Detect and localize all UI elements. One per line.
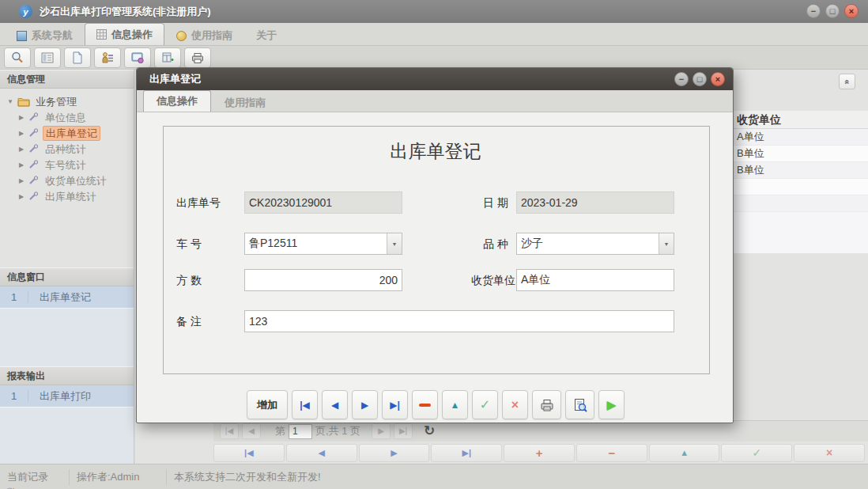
page-number-input[interactable] <box>289 424 312 439</box>
expand-arrow-icon[interactable]: ▶ <box>17 177 25 184</box>
collapse-panel-button[interactable]: « <box>839 74 855 89</box>
quantity-field[interactable] <box>244 269 402 291</box>
order-no-field[interactable] <box>244 191 402 214</box>
nav-confirm-button[interactable]: ✓ <box>721 444 792 462</box>
maximize-button[interactable]: □ <box>825 4 840 18</box>
run-report-button[interactable]: ▶ <box>598 390 625 419</box>
tree-item-receiver-stats[interactable]: ▶ 收货单位统计 <box>6 172 134 188</box>
truck-no-dropdown-button[interactable]: ▼ <box>387 233 402 254</box>
table-add-button[interactable] <box>154 47 181 68</box>
table-add-icon <box>160 51 175 65</box>
add-button[interactable]: 增加 <box>247 390 288 419</box>
tree-item-label: 单位信息 <box>43 111 89 124</box>
nav-add-button[interactable]: + <box>504 444 575 462</box>
document-icon <box>70 51 85 65</box>
tab-info-operation[interactable]: 信息操作 <box>85 23 164 45</box>
dialog-maximize-button[interactable]: □ <box>693 72 707 86</box>
expand-arrow-icon[interactable]: ▶ <box>17 130 25 137</box>
tab-label: 关于 <box>256 28 277 43</box>
label-quantity: 方 数 <box>176 274 202 288</box>
printer-icon <box>539 397 555 413</box>
expand-arrow-icon[interactable]: ▶ <box>17 193 25 200</box>
variety-dropdown-button[interactable]: ▼ <box>659 233 674 254</box>
col-header-receiver[interactable]: 收货单位 <box>730 111 868 128</box>
page-prefix-label: 第 <box>275 424 285 438</box>
tab-label: 信息操作 <box>111 28 153 42</box>
tree-root-business-mgmt[interactable]: ▼ 业务管理 <box>6 93 134 109</box>
collapse-arrow-icon[interactable]: ▼ <box>6 98 14 105</box>
chevron-down-icon: ▼ <box>664 241 670 247</box>
expand-arrow-icon[interactable]: ▶ <box>17 114 25 121</box>
user-info-button[interactable] <box>94 47 121 68</box>
nav-last-button[interactable]: ▶| <box>431 444 502 462</box>
dialog-tab-info-operation[interactable]: 信息操作 <box>143 90 211 112</box>
minus-icon <box>419 404 431 407</box>
last-record-button[interactable]: ▶| <box>382 390 408 419</box>
expand-arrow-icon[interactable]: ▶ <box>17 161 25 169</box>
nav-first-button[interactable]: |◀ <box>213 444 285 462</box>
info-window-row[interactable]: 1 出库单登记 <box>0 286 134 309</box>
close-button[interactable]: × <box>844 4 859 18</box>
status-bar: 当前记录数 4 操作者:Admin 本系统支持二次开发和全新开发! <box>0 464 868 489</box>
search-button[interactable] <box>4 47 31 68</box>
form-view-button[interactable] <box>34 47 61 68</box>
monitor-globe-icon <box>130 51 145 65</box>
next-record-button[interactable]: ▶ <box>352 390 378 419</box>
nav-delete-button[interactable]: − <box>576 444 647 462</box>
tab-about[interactable]: 关于 <box>244 25 289 45</box>
print-preview-button[interactable] <box>565 390 594 419</box>
refresh-button[interactable]: ↻ <box>424 424 435 438</box>
delete-record-button[interactable] <box>412 390 438 419</box>
system-nav-icon <box>17 31 27 41</box>
print-button[interactable] <box>532 390 561 419</box>
minimize-button[interactable]: − <box>806 4 821 18</box>
remark-field[interactable] <box>244 310 674 332</box>
edit-record-button[interactable]: ▲ <box>442 390 468 419</box>
dialog-titlebar: 出库单登记 <box>137 68 733 90</box>
truck-no-combobox[interactable]: 鲁P12511 ▼ <box>244 233 402 255</box>
tree-item-variety-stats[interactable]: ▶ 品种统计 <box>6 141 134 157</box>
guide-icon <box>176 31 187 41</box>
page-first-button[interactable]: |◀ <box>220 423 239 439</box>
first-record-button[interactable]: |◀ <box>292 390 318 419</box>
app-window: y 沙石出库单打印管理系统(非注册用户) − □ × 系统导航 信息操作 使用指… <box>0 0 868 489</box>
report-output-row[interactable]: 1 出库单打印 <box>0 385 134 408</box>
report-output-list: 1 出库单打印 <box>0 385 134 474</box>
nav-cancel-button[interactable]: × <box>794 444 865 462</box>
tree-item-outbound-register[interactable]: ▶ 出库单登记 <box>6 125 134 141</box>
dialog-tab-user-guide[interactable]: 使用指南 <box>211 93 279 112</box>
tree-item-outbound-stats[interactable]: ▶ 出库单统计 <box>6 188 134 204</box>
tree-item-unit-info[interactable]: ▶ 单位信息 <box>6 109 134 125</box>
folder-icon <box>17 97 30 107</box>
nav-next-button[interactable]: ▶ <box>359 444 430 462</box>
receiver-field[interactable] <box>516 269 674 291</box>
confirm-button[interactable]: ✓ <box>472 390 498 419</box>
form-title: 出库单登记 <box>137 139 734 164</box>
tree-item-truck-stats[interactable]: ▶ 车号统计 <box>6 157 134 172</box>
page-last-button[interactable]: ▶| <box>394 423 413 439</box>
nav-edit-button[interactable]: ▲ <box>649 444 720 462</box>
tab-user-guide[interactable]: 使用指南 <box>164 25 244 45</box>
form-list-icon <box>40 51 55 65</box>
expand-arrow-icon[interactable]: ▶ <box>17 146 25 153</box>
document-button[interactable] <box>64 47 91 68</box>
tool-icon <box>28 160 40 169</box>
dialog-close-button[interactable]: × <box>711 72 725 86</box>
titlebar: y 沙石出库单打印管理系统(非注册用户) − □ × <box>0 0 868 23</box>
variety-combobox[interactable]: 沙子 ▼ <box>516 233 674 255</box>
nav-prev-button[interactable]: ◀ <box>286 444 357 462</box>
prev-record-button[interactable]: ◀ <box>322 390 348 419</box>
page-next-button[interactable]: ▶ <box>372 423 391 439</box>
window-button[interactable] <box>124 47 151 68</box>
row-index: 1 <box>0 390 28 402</box>
print-button[interactable] <box>184 47 211 68</box>
chevron-down-icon: ▼ <box>392 241 398 247</box>
page-prev-button[interactable]: ◀ <box>242 423 261 439</box>
dialog-minimize-button[interactable]: − <box>674 72 689 86</box>
dialog-tabbar: 信息操作 使用指南 <box>137 90 733 112</box>
cancel-button[interactable]: × <box>502 390 528 419</box>
tab-system-nav[interactable]: 系统导航 <box>5 25 85 45</box>
operator-label: 操作者:Admin <box>70 469 167 485</box>
date-field[interactable] <box>516 191 674 214</box>
search-icon <box>10 51 25 65</box>
